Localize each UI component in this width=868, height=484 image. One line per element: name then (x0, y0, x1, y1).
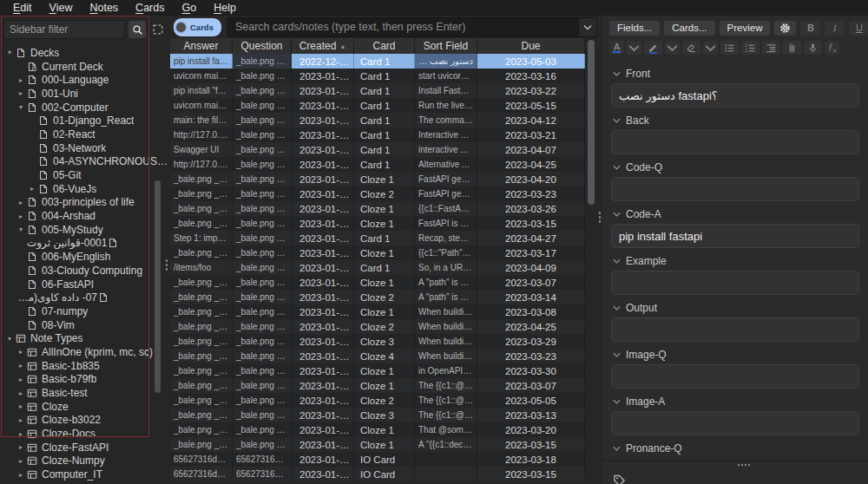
column-header-created[interactable]: Created▲ (292, 38, 354, 54)
tree-item-deck[interactable]: Current Deck (0, 60, 170, 74)
field-label-row[interactable]: Image-Q (611, 349, 859, 360)
cards-notes-toggle[interactable]: Cards (174, 18, 221, 36)
column-header-card[interactable]: Card (354, 38, 415, 54)
table-row[interactable]: _bale.png _w...._bale.png _w....2023-01-… (170, 304, 585, 319)
field-label-row[interactable]: Example (611, 255, 859, 266)
table-row[interactable]: _bale.png _w...._bale.png _w....2023-01-… (170, 172, 585, 186)
tree-item-deck[interactable]: 006-MyEnglish (0, 250, 170, 264)
field-collapse-chevron-icon[interactable] (613, 165, 621, 170)
text-color-button[interactable]: A (609, 41, 624, 55)
table-row[interactable]: uvicorn main:a..._bale.png _w....2023-01… (170, 69, 585, 83)
italic-button[interactable]: I (825, 21, 845, 36)
menu-edit[interactable]: Edit (5, 0, 40, 16)
tree-item-deck[interactable]: ▸001-Uni (0, 87, 170, 101)
tree-expand-arrow-icon[interactable]: ▸ (16, 199, 26, 206)
tags-row[interactable] (613, 474, 626, 484)
menu-cards[interactable]: Cards (128, 0, 172, 16)
search-input[interactable]: Search cards/notes (type text, then pres… (227, 17, 597, 37)
sidebar-search-button[interactable] (128, 21, 146, 38)
table-row[interactable]: /items/foo_bale.png _w....2023-01-10Card… (170, 260, 585, 275)
tree-item-deck[interactable]: 06-FastAPI (0, 278, 170, 291)
sidebar-filter-input[interactable]: Sidebar filter (3, 20, 125, 39)
table-row[interactable]: Swagger UI_bale.png _w....2023-01-10Card… (170, 142, 585, 157)
column-header-question[interactable]: Question (233, 38, 292, 54)
table-row[interactable]: pip install fastapi_bale.png _w....2022-… (170, 54, 585, 69)
tree-expand-arrow-icon[interactable]: ▸ (16, 443, 26, 451)
table-row[interactable]: _bale.png _w...._bale.png _w....2023-01-… (170, 393, 585, 408)
field-collapse-chevron-icon[interactable] (613, 352, 621, 357)
indent-button[interactable] (762, 41, 780, 55)
tree-expand-arrow-icon[interactable]: ▸ (16, 213, 26, 220)
column-header-due[interactable]: Due (477, 38, 585, 54)
table-row[interactable]: _bale.png _w...._bale.png _w....2023-01-… (170, 290, 585, 304)
table-row[interactable]: _bale.png _w...._bale.png _w....2023-01-… (170, 363, 585, 378)
table-scrollbar-track[interactable] (585, 38, 597, 484)
field-collapse-chevron-icon[interactable] (613, 118, 621, 123)
tree-item-notetype[interactable]: ▸Computer_IT (0, 468, 170, 481)
table-row[interactable]: _bale.png _w...._bale.png _w....2023-01-… (170, 216, 585, 231)
editor-settings-button[interactable]: > (774, 21, 796, 36)
table-row[interactable]: _bale.png _w...._bale.png _w....2023-01-… (170, 408, 585, 422)
column-header-sort-field[interactable]: Sort Field (415, 38, 477, 54)
tree-item-notetype[interactable]: ▸Cloze (0, 400, 170, 414)
tree-item-deck[interactable]: ▸000-Language (0, 73, 170, 87)
table-row[interactable]: _bale.png _w...._bale.png _w....2023-01-… (170, 349, 585, 363)
field-collapse-chevron-icon[interactable] (613, 446, 621, 451)
tree-item-deck[interactable]: 07- داده کاوی(مفاهیم و تکن (0, 291, 170, 304)
tree-expand-arrow-icon[interactable]: ▸ (16, 376, 26, 383)
table-row[interactable]: http://127.0.0.1..._bale.png _w....2023-… (170, 157, 585, 172)
field-label-row[interactable]: Code-A (611, 208, 859, 219)
tree-item-deck[interactable]: ▾Note Types (0, 331, 170, 345)
tree-collapse-arrow-icon[interactable]: ▾ (4, 49, 15, 56)
table-row[interactable]: uvicorn main:a..._bale.png _w....2023-01… (170, 98, 585, 113)
tree-item-deck[interactable]: 07-numpy (0, 304, 170, 318)
tree-item-deck[interactable]: 05-Git (0, 168, 170, 182)
field-label-row[interactable]: Output (611, 302, 859, 313)
field-input-code-a[interactable]: pip install fastapi (611, 224, 859, 248)
field-input-example[interactable] (611, 271, 859, 295)
table-splitter-handle[interactable] (598, 211, 602, 223)
table-row[interactable]: _bale.png _w...._bale.png _w....2023-01-… (170, 275, 585, 290)
table-row[interactable]: 65627316dcd265627316dcd22023-01-10IO Car… (170, 467, 585, 481)
menu-view[interactable]: View (42, 0, 81, 16)
fields-button[interactable]: Fields... (609, 21, 660, 36)
bold-button[interactable]: B (800, 21, 820, 36)
underline-button[interactable]: U (849, 21, 868, 36)
tree-item-notetype[interactable]: ▸Cloze-Docs (0, 427, 170, 441)
field-label-row[interactable]: Back (611, 114, 859, 126)
tree-collapse-arrow-icon[interactable]: ▾ (16, 103, 26, 111)
field-collapse-chevron-icon[interactable] (613, 399, 621, 404)
table-row[interactable]: _bale.png _w...._bale.png _w....2023-01-… (170, 437, 585, 452)
tree-expand-arrow-icon[interactable]: ▸ (16, 430, 26, 438)
field-label-row[interactable]: Image-A (611, 396, 859, 407)
ordered-list-button[interactable]: 12 (741, 41, 760, 55)
tree-item-notetype[interactable]: ▸Cloze-Numpy (0, 455, 170, 468)
field-input-back[interactable] (611, 130, 859, 154)
field-collapse-chevron-icon[interactable] (613, 258, 621, 264)
tree-item-notetype[interactable]: ▸AllInOne (kprim, mc, sc) (0, 345, 170, 359)
tree-item-deck[interactable]: ▾002-Computer (0, 101, 170, 114)
preview-button[interactable]: Preview (720, 21, 771, 36)
table-row[interactable]: _bale.png _w...._bale.png _w....2023-01-… (170, 186, 585, 201)
attachment-button[interactable] (783, 41, 801, 55)
tree-expand-arrow-icon[interactable]: ▸ (16, 471, 26, 479)
tree-item-deck[interactable]: 03-Cloudy Computing (0, 264, 170, 278)
tree-expand-arrow-icon[interactable]: ▸ (16, 76, 26, 84)
tree-collapse-arrow-icon[interactable]: ▾ (16, 226, 26, 233)
field-label-row[interactable]: Code-Q (611, 161, 859, 173)
tree-item-deck[interactable]: ▾005-MyStudy (0, 223, 170, 237)
tree-item-deck[interactable]: ▸004-Arshad (0, 209, 170, 223)
tree-item-notetype[interactable]: ▸Basic-test (0, 386, 170, 400)
field-label-row[interactable]: Front (611, 68, 859, 79)
field-input-image-q[interactable] (611, 364, 859, 389)
record-audio-button[interactable] (804, 41, 822, 55)
tree-item-deck[interactable]: 0001-قوانین ثروت (0, 237, 170, 251)
remove-formatting-button[interactable] (682, 41, 700, 55)
tree-item-deck[interactable]: ▸06-VueJs (0, 182, 170, 196)
table-row[interactable]: _bale.png _w...._bale.png _w....2023-01-… (170, 334, 585, 349)
menu-help[interactable]: Help (206, 0, 244, 16)
tree-item-notetype[interactable]: ▸Basic-b79fb (0, 373, 170, 387)
unordered-list-button[interactable] (720, 41, 739, 55)
field-collapse-chevron-icon[interactable] (613, 71, 621, 76)
table-row[interactable]: pip install "fast..._bale.png _w....2023… (170, 83, 585, 98)
